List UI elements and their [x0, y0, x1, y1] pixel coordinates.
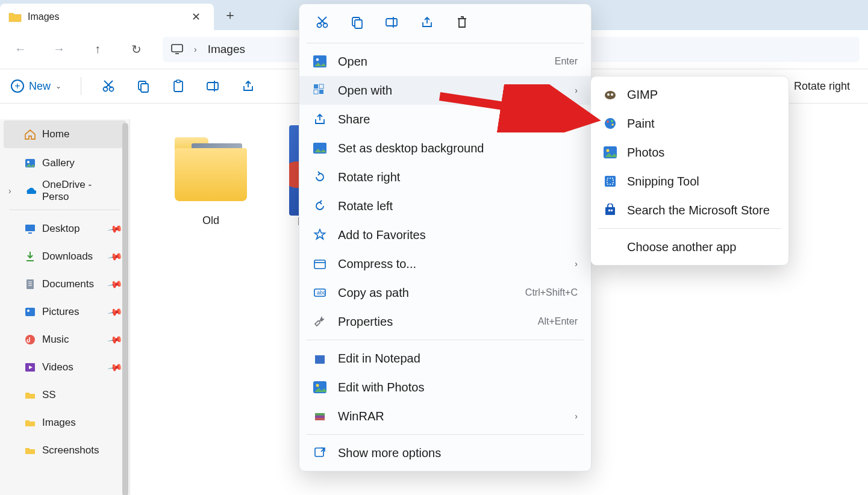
svg-point-34 [316, 58, 319, 61]
sidebar-item-music[interactable]: Music 📌 [0, 326, 130, 353]
sidebar-item-gallery[interactable]: Gallery [0, 149, 130, 177]
menu-item-rotate-right[interactable]: Rotate right [299, 163, 591, 191]
wrench-icon [313, 314, 327, 329]
sidebar-scrollbar[interactable] [122, 123, 128, 495]
pictures-icon [24, 306, 36, 318]
menu-item-share[interactable]: Share [299, 105, 591, 134]
menu-item-copy-path[interactable]: abc Copy as path Ctrl+Shift+C [299, 278, 591, 307]
pin-icon[interactable]: 📌 [107, 359, 123, 375]
menu-item-open-with[interactable]: Open with › [299, 76, 591, 105]
sidebar-item-desktop[interactable]: Desktop 📌 [0, 215, 130, 243]
submenu-label: Photos [627, 146, 664, 160]
pin-icon[interactable]: 📌 [107, 248, 123, 264]
cut-icon[interactable] [101, 78, 116, 94]
sidebar-label: Screenshots [42, 444, 99, 456]
delete-icon[interactable] [454, 14, 470, 31]
pin-icon[interactable]: 📌 [107, 220, 123, 237]
svg-point-61 [607, 149, 610, 152]
refresh-button[interactable]: ↻ [124, 37, 148, 61]
svg-rect-21 [25, 308, 35, 316]
gallery-icon [24, 157, 36, 169]
svg-rect-64 [608, 210, 610, 211]
context-separator [307, 340, 584, 340]
submenu-item-photos[interactable]: Photos [591, 138, 788, 167]
menu-item-set-background[interactable]: Set as desktop background [299, 134, 591, 163]
sidebar-label: Gallery [42, 157, 75, 169]
tab-close-button[interactable]: ✕ [187, 8, 205, 26]
submenu-item-paint[interactable]: Paint [591, 109, 788, 138]
menu-item-winrar[interactable]: WinRAR › [299, 402, 591, 431]
svg-rect-31 [386, 19, 397, 26]
new-tab-button[interactable]: ＋ [214, 0, 246, 30]
copy-icon[interactable] [349, 14, 366, 31]
documents-icon [24, 278, 36, 290]
sidebar-item-screenshots[interactable]: Screenshots [0, 437, 130, 464]
sidebar-item-ss[interactable]: SS [0, 381, 130, 409]
rotate-right-label[interactable]: Rotate right [794, 80, 857, 93]
share-icon[interactable] [419, 14, 436, 31]
copy-icon[interactable] [136, 78, 151, 94]
paste-icon[interactable] [170, 78, 186, 94]
sidebar-item-onedrive[interactable]: › OneDrive - Perso [0, 177, 130, 205]
menu-label: WinRAR [338, 409, 384, 423]
download-icon [24, 251, 36, 263]
svg-rect-7 [141, 84, 148, 92]
sidebar-item-images[interactable]: Images [0, 409, 130, 437]
svg-point-55 [611, 93, 613, 96]
svg-rect-35 [314, 84, 318, 89]
sidebar-item-videos[interactable]: Videos 📌 [0, 353, 130, 381]
context-separator [307, 43, 584, 43]
share-icon[interactable] [240, 78, 256, 94]
rename-icon[interactable] [205, 78, 221, 94]
notepad-icon [313, 351, 327, 366]
open-with-submenu: GIMP Paint Photos Snipping Tool Search t… [590, 76, 789, 266]
svg-rect-0 [172, 45, 183, 52]
svg-point-54 [607, 93, 610, 96]
svg-rect-49 [315, 413, 325, 416]
file-item-old[interactable]: Old [163, 125, 259, 227]
submenu-item-choose-another[interactable]: Choose another app [591, 232, 788, 261]
pin-icon[interactable]: 📌 [107, 276, 123, 292]
pin-icon[interactable]: 📌 [107, 304, 123, 320]
file-label: Old [163, 214, 259, 227]
menu-label: Show more options [338, 446, 441, 460]
menu-item-open[interactable]: Open Enter [299, 47, 591, 76]
blank-icon [603, 240, 617, 254]
svg-rect-14 [25, 225, 35, 231]
menu-item-rotate-left[interactable]: Rotate left [299, 191, 591, 220]
tab-images[interactable]: Images ✕ [0, 4, 214, 30]
up-button[interactable]: ↑ [86, 37, 110, 61]
submenu-item-gimp[interactable]: GIMP [591, 80, 788, 109]
forward-button[interactable]: → [47, 37, 71, 61]
sidebar-item-pictures[interactable]: Pictures 📌 [0, 298, 130, 326]
menu-item-edit-notepad[interactable]: Edit in Notepad [299, 344, 591, 373]
store-icon [603, 203, 617, 217]
cut-icon[interactable] [314, 14, 331, 31]
sidebar-item-home[interactable]: Home [4, 120, 126, 148]
menu-item-compress[interactable]: Compress to... › [299, 249, 591, 278]
menu-item-properties[interactable]: Properties Alt+Enter [299, 307, 591, 336]
menu-item-edit-photos[interactable]: Edit with Photos [299, 373, 591, 402]
photos-icon [603, 145, 617, 160]
menu-shortcut: Enter [555, 56, 578, 67]
menu-label: Add to Favorites [338, 228, 426, 242]
tab-title: Images [28, 11, 59, 22]
menu-item-more-options[interactable]: Show more options [299, 438, 591, 467]
menu-item-favorites[interactable]: Add to Favorites [299, 220, 591, 249]
rename-icon[interactable] [384, 14, 401, 31]
folder-icon [24, 417, 36, 429]
pin-icon[interactable]: 📌 [107, 331, 123, 347]
submenu-item-snipping[interactable]: Snipping Tool [591, 167, 788, 196]
back-button[interactable]: ← [8, 37, 33, 61]
address-path: Images [208, 43, 245, 56]
menu-label: Compress to... [338, 257, 416, 271]
svg-point-57 [607, 120, 609, 123]
onedrive-icon [24, 185, 36, 197]
chevron-right-icon[interactable]: › [8, 186, 11, 196]
chevron-right-icon: › [194, 45, 197, 54]
submenu-item-store[interactable]: Search the Microsoft Store [591, 196, 788, 225]
sidebar-item-documents[interactable]: Documents 📌 [0, 270, 130, 298]
sidebar-item-downloads[interactable]: Downloads 📌 [0, 243, 130, 270]
background-icon [313, 141, 327, 155]
new-button[interactable]: + New ⌄ [11, 79, 61, 93]
